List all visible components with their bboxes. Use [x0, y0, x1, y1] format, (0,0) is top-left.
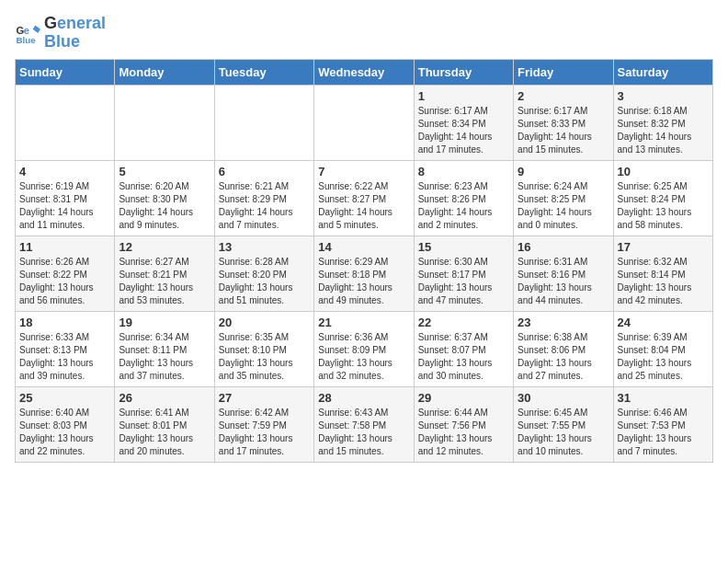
day-info: Sunrise: 6:19 AM Sunset: 8:31 PM Dayligh… — [19, 180, 110, 232]
day-info: Sunrise: 6:24 AM Sunset: 8:25 PM Dayligh… — [518, 180, 609, 232]
calendar-cell: 24Sunrise: 6:39 AM Sunset: 8:04 PM Dayli… — [613, 311, 712, 386]
day-number: 4 — [19, 165, 110, 178]
day-info: Sunrise: 6:17 AM Sunset: 8:33 PM Dayligh… — [518, 105, 609, 156]
day-number: 21 — [318, 316, 409, 329]
logo: G e Blue General Blue — [15, 15, 106, 52]
day-of-week-header: Saturday — [613, 59, 712, 85]
calendar-cell: 16Sunrise: 6:31 AM Sunset: 8:16 PM Dayli… — [514, 236, 613, 311]
calendar-cell: 22Sunrise: 6:37 AM Sunset: 8:07 PM Dayli… — [414, 311, 513, 386]
day-info: Sunrise: 6:18 AM Sunset: 8:32 PM Dayligh… — [618, 105, 709, 156]
day-info: Sunrise: 6:36 AM Sunset: 8:09 PM Dayligh… — [318, 331, 409, 383]
day-number: 27 — [219, 391, 310, 405]
day-number: 5 — [119, 165, 210, 178]
calendar-cell: 31Sunrise: 6:46 AM Sunset: 7:53 PM Dayli… — [613, 386, 712, 462]
calendar-cell: 15Sunrise: 6:30 AM Sunset: 8:17 PM Dayli… — [414, 236, 513, 311]
calendar-cell: 27Sunrise: 6:42 AM Sunset: 7:59 PM Dayli… — [214, 386, 313, 462]
day-info: Sunrise: 6:37 AM Sunset: 8:07 PM Dayligh… — [418, 331, 509, 383]
calendar-cell: 10Sunrise: 6:25 AM Sunset: 8:24 PM Dayli… — [613, 160, 712, 236]
calendar-week-row: 1Sunrise: 6:17 AM Sunset: 8:34 PM Daylig… — [16, 85, 713, 160]
svg-text:Blue: Blue — [16, 35, 36, 45]
day-number: 31 — [618, 391, 709, 405]
logo-icon: G e Blue — [15, 20, 40, 46]
day-info: Sunrise: 6:26 AM Sunset: 8:22 PM Dayligh… — [19, 256, 110, 307]
day-info: Sunrise: 6:46 AM Sunset: 7:53 PM Dayligh… — [618, 407, 709, 458]
calendar-cell: 1Sunrise: 6:17 AM Sunset: 8:34 PM Daylig… — [414, 85, 513, 160]
day-info: Sunrise: 6:40 AM Sunset: 8:03 PM Dayligh… — [19, 407, 110, 458]
calendar-cell: 25Sunrise: 6:40 AM Sunset: 8:03 PM Dayli… — [16, 386, 115, 462]
calendar-cell: 20Sunrise: 6:35 AM Sunset: 8:10 PM Dayli… — [214, 311, 313, 386]
day-number: 26 — [119, 391, 210, 405]
day-info: Sunrise: 6:23 AM Sunset: 8:26 PM Dayligh… — [418, 180, 509, 232]
calendar-week-row: 4Sunrise: 6:19 AM Sunset: 8:31 PM Daylig… — [16, 160, 713, 236]
calendar-cell — [314, 85, 414, 160]
calendar-header-row: SundayMondayTuesdayWednesdayThursdayFrid… — [16, 59, 713, 85]
day-number: 28 — [318, 391, 409, 405]
day-info: Sunrise: 6:27 AM Sunset: 8:21 PM Dayligh… — [119, 256, 210, 307]
day-info: Sunrise: 6:45 AM Sunset: 7:55 PM Dayligh… — [518, 407, 609, 458]
day-of-week-header: Thursday — [414, 59, 513, 85]
day-of-week-header: Sunday — [16, 59, 115, 85]
logo-text-line2: Blue — [44, 33, 106, 52]
day-number: 6 — [219, 165, 310, 178]
calendar-cell: 5Sunrise: 6:20 AM Sunset: 8:30 PM Daylig… — [115, 160, 214, 236]
calendar-cell: 13Sunrise: 6:28 AM Sunset: 8:20 PM Dayli… — [214, 236, 313, 311]
day-number: 17 — [618, 240, 709, 254]
calendar-cell: 19Sunrise: 6:34 AM Sunset: 8:11 PM Dayli… — [115, 311, 214, 386]
day-info: Sunrise: 6:21 AM Sunset: 8:29 PM Dayligh… — [219, 180, 310, 232]
day-info: Sunrise: 6:41 AM Sunset: 8:01 PM Dayligh… — [119, 407, 210, 458]
day-info: Sunrise: 6:20 AM Sunset: 8:30 PM Dayligh… — [119, 180, 210, 232]
day-number: 23 — [518, 316, 609, 329]
header: G e Blue General Blue — [15, 15, 713, 52]
day-number: 7 — [318, 165, 409, 178]
day-info: Sunrise: 6:44 AM Sunset: 7:56 PM Dayligh… — [418, 407, 509, 458]
day-info: Sunrise: 6:38 AM Sunset: 8:06 PM Dayligh… — [518, 331, 609, 383]
calendar-cell: 26Sunrise: 6:41 AM Sunset: 8:01 PM Dayli… — [115, 386, 214, 462]
day-info: Sunrise: 6:31 AM Sunset: 8:16 PM Dayligh… — [518, 256, 609, 307]
day-number: 18 — [19, 316, 110, 329]
day-of-week-header: Wednesday — [314, 59, 414, 85]
calendar-cell: 17Sunrise: 6:32 AM Sunset: 8:14 PM Dayli… — [613, 236, 712, 311]
day-number: 29 — [418, 391, 509, 405]
calendar-cell: 14Sunrise: 6:29 AM Sunset: 8:18 PM Dayli… — [314, 236, 414, 311]
day-number: 12 — [119, 240, 210, 254]
day-info: Sunrise: 6:17 AM Sunset: 8:34 PM Dayligh… — [418, 105, 509, 156]
day-number: 13 — [219, 240, 310, 254]
day-number: 22 — [418, 316, 509, 329]
calendar-cell: 11Sunrise: 6:26 AM Sunset: 8:22 PM Dayli… — [16, 236, 115, 311]
day-of-week-header: Friday — [514, 59, 613, 85]
day-info: Sunrise: 6:29 AM Sunset: 8:18 PM Dayligh… — [318, 256, 409, 307]
calendar-cell: 30Sunrise: 6:45 AM Sunset: 7:55 PM Dayli… — [514, 386, 613, 462]
calendar-cell: 2Sunrise: 6:17 AM Sunset: 8:33 PM Daylig… — [514, 85, 613, 160]
calendar-cell: 3Sunrise: 6:18 AM Sunset: 8:32 PM Daylig… — [613, 85, 712, 160]
day-info: Sunrise: 6:33 AM Sunset: 8:13 PM Dayligh… — [19, 331, 110, 383]
calendar-table: SundayMondayTuesdayWednesdayThursdayFrid… — [15, 59, 713, 463]
day-number: 2 — [518, 89, 609, 103]
calendar-cell — [214, 85, 313, 160]
day-number: 9 — [518, 165, 609, 178]
day-number: 24 — [618, 316, 709, 329]
day-info: Sunrise: 6:30 AM Sunset: 8:17 PM Dayligh… — [418, 256, 509, 307]
calendar-cell: 9Sunrise: 6:24 AM Sunset: 8:25 PM Daylig… — [514, 160, 613, 236]
calendar-cell: 8Sunrise: 6:23 AM Sunset: 8:26 PM Daylig… — [414, 160, 513, 236]
calendar-cell: 23Sunrise: 6:38 AM Sunset: 8:06 PM Dayli… — [514, 311, 613, 386]
calendar-cell — [16, 85, 115, 160]
day-info: Sunrise: 6:25 AM Sunset: 8:24 PM Dayligh… — [618, 180, 709, 232]
day-number: 1 — [418, 89, 509, 103]
calendar-cell: 6Sunrise: 6:21 AM Sunset: 8:29 PM Daylig… — [214, 160, 313, 236]
day-info: Sunrise: 6:22 AM Sunset: 8:27 PM Dayligh… — [318, 180, 409, 232]
calendar-cell: 12Sunrise: 6:27 AM Sunset: 8:21 PM Dayli… — [115, 236, 214, 311]
day-info: Sunrise: 6:43 AM Sunset: 7:58 PM Dayligh… — [318, 407, 409, 458]
day-number: 16 — [518, 240, 609, 254]
calendar-cell: 18Sunrise: 6:33 AM Sunset: 8:13 PM Dayli… — [16, 311, 115, 386]
calendar-cell: 7Sunrise: 6:22 AM Sunset: 8:27 PM Daylig… — [314, 160, 414, 236]
calendar-cell: 28Sunrise: 6:43 AM Sunset: 7:58 PM Dayli… — [314, 386, 414, 462]
day-number: 10 — [618, 165, 709, 178]
calendar-cell: 29Sunrise: 6:44 AM Sunset: 7:56 PM Dayli… — [414, 386, 513, 462]
day-info: Sunrise: 6:28 AM Sunset: 8:20 PM Dayligh… — [219, 256, 310, 307]
calendar-week-row: 25Sunrise: 6:40 AM Sunset: 8:03 PM Dayli… — [16, 386, 713, 462]
day-info: Sunrise: 6:32 AM Sunset: 8:14 PM Dayligh… — [618, 256, 709, 307]
day-number: 14 — [318, 240, 409, 254]
svg-marker-2 — [33, 25, 40, 32]
logo-text-line1: General — [44, 15, 106, 33]
day-number: 19 — [119, 316, 210, 329]
